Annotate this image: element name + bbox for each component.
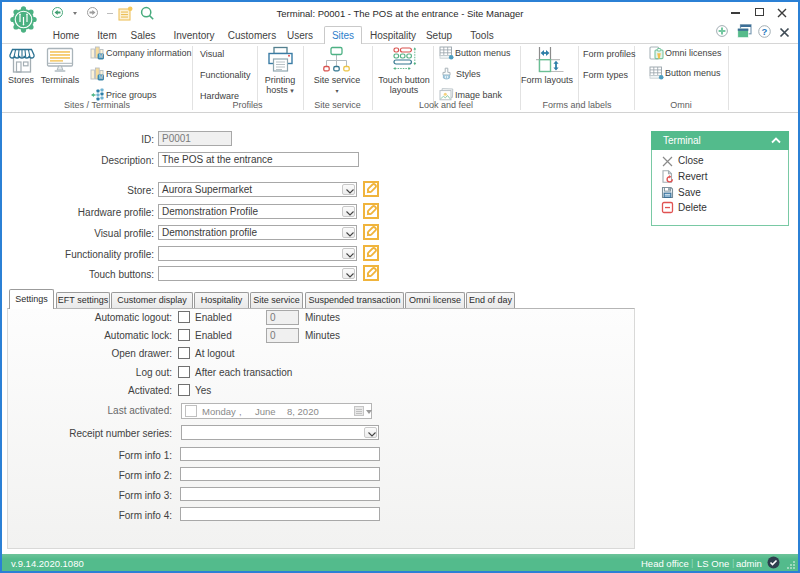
- svg-text:?: ?: [762, 26, 768, 37]
- svg-text:M: M: [99, 75, 103, 80]
- svg-text:M: M: [99, 54, 103, 59]
